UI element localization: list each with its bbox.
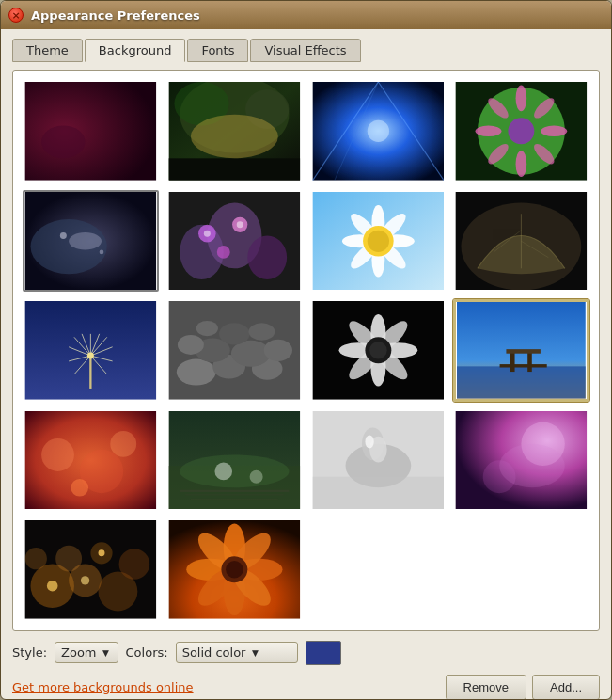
window-title: Appearance Preferences xyxy=(31,8,200,23)
thumbnail-14[interactable] xyxy=(310,409,447,512)
svg-point-113 xyxy=(365,435,373,448)
svg-point-105 xyxy=(249,469,262,483)
action-buttons: Remove Add... xyxy=(446,675,600,700)
svg-point-99 xyxy=(110,431,136,457)
tab-bar: Theme Background Fonts Visual Effects xyxy=(12,39,600,62)
gallery-grid xyxy=(23,80,589,621)
svg-point-12 xyxy=(367,120,388,142)
svg-rect-108 xyxy=(191,499,278,500)
add-button[interactable]: Add... xyxy=(532,675,600,700)
appearance-preferences-window: Appearance Preferences Theme Background … xyxy=(0,0,612,700)
thumbnail-10[interactable] xyxy=(310,299,447,402)
thumbnail-6[interactable] xyxy=(310,190,447,293)
thumbnail-0[interactable] xyxy=(23,80,159,183)
svg-point-16 xyxy=(516,151,527,177)
content-area: Theme Background Fonts Visual Effects xyxy=(1,29,611,700)
thumbnail-2[interactable] xyxy=(310,80,447,183)
style-value: Zoom xyxy=(61,645,96,660)
svg-point-36 xyxy=(204,230,211,236)
thumbnail-11[interactable] xyxy=(453,299,589,402)
colors-label: Colors: xyxy=(126,645,168,660)
svg-point-140 xyxy=(226,561,243,579)
close-window-button[interactable] xyxy=(8,8,24,23)
colors-dropdown[interactable]: Solid color ▼ xyxy=(176,642,298,663)
thumbnail-3[interactable] xyxy=(453,80,589,183)
svg-point-69 xyxy=(177,359,216,386)
colors-dropdown-arrow: ▼ xyxy=(249,647,260,659)
style-dropdown[interactable]: Zoom ▼ xyxy=(55,642,118,663)
thumbnail-17[interactable] xyxy=(166,518,303,621)
colors-value: Solid color xyxy=(182,645,246,660)
svg-point-123 xyxy=(55,546,82,572)
svg-point-89 xyxy=(369,342,387,359)
svg-point-78 xyxy=(248,323,275,341)
svg-rect-6 xyxy=(168,158,299,180)
titlebar: Appearance Preferences xyxy=(1,1,611,29)
thumbnail-9[interactable] xyxy=(166,299,303,402)
thumbnail-12[interactable] xyxy=(23,409,159,512)
svg-rect-106 xyxy=(180,489,289,491)
gallery-scroll[interactable] xyxy=(13,71,599,630)
thumbnail-13[interactable] xyxy=(166,409,303,512)
svg-rect-92 xyxy=(510,350,515,372)
svg-point-77 xyxy=(196,321,217,336)
thumbnail-5[interactable] xyxy=(166,190,303,293)
svg-rect-114 xyxy=(312,476,443,509)
color-swatch[interactable] xyxy=(306,641,341,665)
thumbnail-1[interactable] xyxy=(166,80,303,183)
svg-point-126 xyxy=(25,548,47,569)
bottom-row: Get more backgrounds online Remove Add..… xyxy=(12,675,600,700)
thumbnail-15[interactable] xyxy=(453,409,589,512)
svg-point-18 xyxy=(541,125,568,136)
style-label: Style: xyxy=(12,645,47,660)
svg-point-104 xyxy=(214,462,232,480)
svg-point-27 xyxy=(60,232,67,239)
svg-point-74 xyxy=(178,335,204,355)
svg-point-1 xyxy=(41,125,85,158)
svg-point-15 xyxy=(516,85,527,111)
svg-point-26 xyxy=(69,232,102,250)
svg-rect-93 xyxy=(527,350,532,372)
svg-point-129 xyxy=(99,550,105,557)
svg-rect-94 xyxy=(507,349,541,354)
tab-background[interactable]: Background xyxy=(85,39,186,62)
svg-rect-95 xyxy=(500,364,547,367)
tab-fonts[interactable]: Fonts xyxy=(187,39,248,62)
svg-point-127 xyxy=(47,581,58,592)
svg-point-76 xyxy=(219,323,250,344)
svg-point-67 xyxy=(87,353,94,359)
svg-point-35 xyxy=(217,245,230,258)
style-row: Style: Zoom ▼ Colors: Solid color ▼ xyxy=(12,641,600,665)
svg-rect-107 xyxy=(185,494,284,495)
svg-rect-91 xyxy=(457,367,586,399)
svg-point-75 xyxy=(263,340,291,361)
svg-point-125 xyxy=(119,549,150,580)
thumbnail-8[interactable] xyxy=(23,299,159,402)
gallery-container xyxy=(12,70,600,631)
svg-point-17 xyxy=(476,125,502,136)
thumbnail-4[interactable] xyxy=(23,190,159,293)
svg-point-32 xyxy=(247,235,287,278)
svg-point-28 xyxy=(100,249,104,254)
svg-point-7 xyxy=(191,115,278,158)
style-dropdown-arrow: ▼ xyxy=(101,647,112,659)
thumbnail-7[interactable] xyxy=(453,190,589,293)
tab-theme[interactable]: Theme xyxy=(12,39,83,62)
svg-point-97 xyxy=(41,438,74,471)
remove-button[interactable]: Remove xyxy=(446,675,526,700)
get-backgrounds-link[interactable]: Get more backgrounds online xyxy=(12,680,194,694)
svg-point-23 xyxy=(509,118,535,144)
svg-point-103 xyxy=(180,454,289,487)
svg-point-118 xyxy=(499,444,565,487)
tab-visual-effects[interactable]: Visual Effects xyxy=(250,39,360,62)
svg-point-48 xyxy=(367,230,388,251)
thumbnail-16[interactable] xyxy=(23,518,159,621)
svg-rect-0 xyxy=(25,82,156,181)
svg-point-128 xyxy=(81,577,89,585)
svg-point-100 xyxy=(71,479,88,497)
svg-point-37 xyxy=(236,221,243,228)
